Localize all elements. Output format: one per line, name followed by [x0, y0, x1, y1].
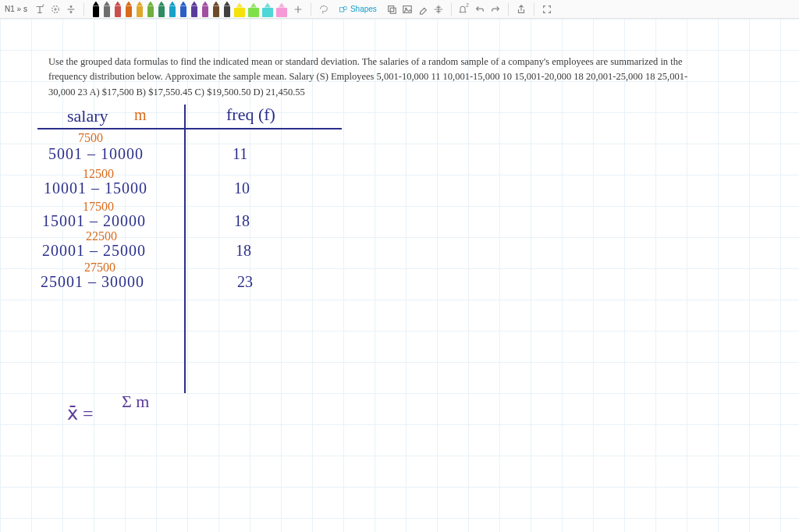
mid-1: 7500 — [78, 131, 103, 145]
freq-4: 18 — [236, 242, 251, 260]
freq-5: 23 — [237, 273, 253, 291]
header-m: m — [134, 106, 147, 124]
pen-orange[interactable] — [123, 2, 134, 17]
pen-green[interactable] — [156, 2, 167, 17]
highlighter-pink[interactable] — [275, 2, 289, 17]
add-icon[interactable] — [292, 3, 304, 16]
separator — [508, 3, 509, 16]
header-salary: salary — [67, 106, 108, 126]
pen-red[interactable] — [112, 2, 123, 17]
pen-cyan[interactable] — [167, 2, 178, 17]
svg-rect-6 — [390, 8, 396, 13]
header-freq: freq (f) — [226, 105, 275, 125]
image-icon[interactable] — [401, 3, 414, 16]
highlighter-cyan[interactable] — [261, 2, 275, 17]
problem-text: Use the grouped data formulas to find th… — [48, 55, 701, 100]
pen-blue[interactable] — [178, 2, 189, 17]
svg-point-1 — [70, 5, 72, 7]
separator — [311, 3, 311, 16]
divide-icon[interactable] — [65, 3, 77, 16]
pen-black[interactable] — [91, 2, 101, 17]
pen-brown[interactable] — [211, 2, 222, 17]
table-hline — [37, 128, 342, 129]
pen-purple[interactable] — [189, 2, 200, 17]
pen-palette — [91, 2, 289, 17]
redo-icon[interactable] — [489, 3, 502, 16]
add-page-icon[interactable] — [49, 3, 62, 16]
table-vline — [184, 105, 186, 393]
freq-2: 10 — [234, 179, 250, 197]
fullscreen-icon[interactable] — [541, 3, 553, 16]
eraser-icon[interactable] — [417, 3, 429, 16]
range-3: 15001 – 20000 — [42, 212, 146, 230]
formula-lhs: x̄ = — [67, 403, 94, 424]
pen-yellow[interactable] — [134, 2, 145, 17]
separator — [451, 3, 452, 16]
pen-dark[interactable] — [222, 2, 233, 17]
pen-grey[interactable] — [101, 2, 112, 17]
separator — [534, 3, 534, 16]
pen-lightgreen[interactable] — [145, 2, 156, 17]
highlighter-green[interactable] — [247, 2, 261, 17]
freq-3: 18 — [234, 212, 250, 230]
shapes-button[interactable]: Shapes — [333, 2, 382, 16]
svg-rect-5 — [388, 5, 393, 11]
pen-magenta[interactable] — [200, 2, 211, 17]
duplicate-icon[interactable] — [385, 3, 398, 16]
formula-rhs: Σ m — [122, 392, 149, 412]
grid-align-icon[interactable] — [432, 3, 445, 16]
range-5: 25001 – 30000 — [41, 273, 144, 291]
highlighter-yellow[interactable] — [233, 2, 247, 17]
separator — [83, 3, 84, 16]
top-toolbar: N1 » s Shapes — [0, 0, 799, 19]
text-tool-icon[interactable] — [34, 3, 46, 16]
shapes-label: Shapes — [350, 5, 377, 13]
note-canvas[interactable]: Use the grouped data formulas to find th… — [0, 19, 799, 532]
svg-point-2 — [70, 11, 72, 12]
range-1: 5001 – 10000 — [48, 145, 144, 163]
doc-title: N1 » s — [5, 5, 27, 13]
freq-1: 11 — [233, 145, 247, 163]
lasso-icon[interactable] — [318, 3, 330, 16]
range-4: 20001 – 25000 — [42, 242, 146, 260]
notifications-icon[interactable]: 2 — [458, 3, 471, 16]
undo-icon[interactable] — [474, 3, 486, 16]
share-icon[interactable] — [515, 3, 527, 16]
range-2: 10001 – 15000 — [44, 179, 147, 197]
